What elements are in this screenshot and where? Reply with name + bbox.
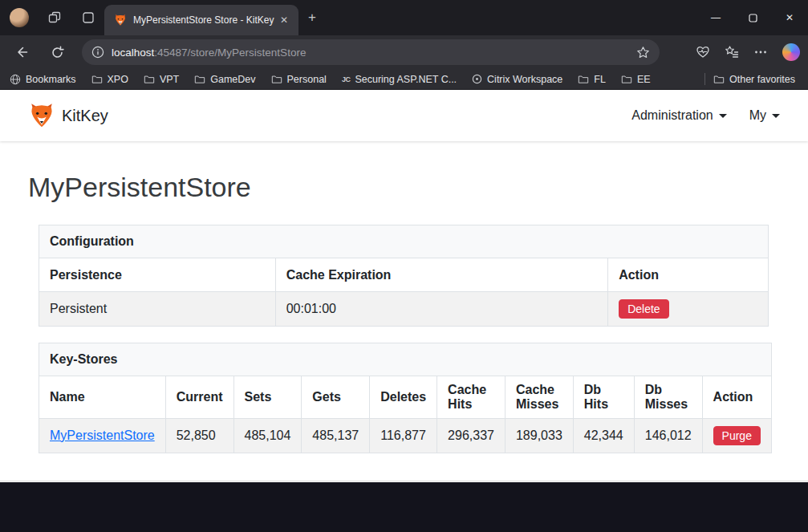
bookmark-label: GameDev — [210, 74, 255, 85]
configuration-row: Persistent 00:01:00 Delete — [39, 292, 769, 327]
workspaces-icon[interactable] — [47, 10, 63, 26]
site-info-icon[interactable] — [91, 46, 104, 59]
bookmark-ee[interactable]: EE — [621, 74, 651, 85]
close-window-button[interactable]: ✕ — [771, 0, 808, 35]
folder-icon — [144, 74, 155, 85]
col-keystore-action: Action — [702, 376, 771, 419]
col-cache-hits: Cache Hits — [437, 376, 506, 419]
col-persistence: Persistence — [39, 258, 276, 292]
bookmark-fl[interactable]: FL — [578, 74, 606, 85]
bookmark-gamedev[interactable]: GameDev — [194, 74, 255, 85]
window-controls: — ✕ — [697, 0, 808, 35]
bookmark-label: Securing ASP.NET C... — [355, 74, 457, 85]
url-path: :45487/store/MyPersistentStore — [154, 47, 306, 59]
other-favorites-label: Other favorites — [729, 74, 795, 85]
menu-my-label: My — [749, 108, 766, 123]
favorite-star-icon[interactable] — [636, 46, 650, 59]
db-misses-value: 146,012 — [634, 419, 702, 453]
profile-avatar[interactable] — [10, 8, 29, 27]
key-store-row: MyPersistentStore 52,850 485,104 485,137… — [39, 419, 772, 453]
bookmark-xpo[interactable]: XPO — [91, 74, 128, 85]
menu-administration[interactable]: Administration — [631, 108, 726, 123]
configuration-table: Configuration Persistence Cache Expirati… — [39, 225, 769, 327]
bookmark-securing-aspnet[interactable]: JC Securing ASP.NET C... — [342, 74, 457, 85]
url-text[interactable]: localhost:45487/store/MyPersistentStore — [112, 47, 636, 59]
delete-button[interactable]: Delete — [619, 299, 668, 319]
col-name: Name — [39, 376, 166, 419]
page-viewport: KitKey Administration My MyPersistentSto… — [0, 90, 808, 482]
refresh-icon[interactable] — [45, 40, 69, 64]
navbar-menus: Administration My — [631, 108, 780, 123]
sets-value: 485,104 — [233, 419, 302, 453]
bookmarks-bar-right: Other favorites — [704, 73, 798, 85]
window-bottom-void — [0, 482, 808, 532]
menu-administration-label: Administration — [631, 108, 713, 123]
tab-favicon-fox-icon — [114, 14, 127, 26]
folder-icon — [91, 74, 103, 85]
brand-name: KitKey — [62, 107, 108, 125]
bookmark-bookmarks[interactable]: Bookmarks — [10, 74, 76, 85]
tab-close-icon[interactable]: ✕ — [276, 13, 292, 27]
bookmark-label: EE — [637, 74, 651, 85]
col-cache-expiration: Cache Expiration — [275, 258, 607, 292]
browser-titlebar: MyPersistentStore Store - KitKey ✕ + — ✕ — [0, 0, 808, 35]
current-value: 52,850 — [165, 419, 233, 453]
folder-icon — [194, 74, 205, 85]
cache-misses-value: 189,033 — [505, 419, 573, 453]
url-host: localhost — [112, 47, 154, 59]
col-sets: Sets — [233, 376, 302, 419]
col-deletes: Deletes — [370, 376, 437, 419]
bookmark-label: Citrix Workspace — [487, 74, 562, 85]
bookmarks-separator — [704, 73, 705, 85]
purge-button[interactable]: Purge — [713, 426, 761, 445]
bookmarks-bar: Bookmarks XPO VPT GameDev Personal JC Se… — [0, 69, 808, 90]
key-stores-table: Key-Stores Name Current Sets Gets Delete… — [39, 343, 772, 453]
folder-icon — [271, 74, 282, 85]
bookmark-label: FL — [594, 74, 606, 85]
browser-window: MyPersistentStore Store - KitKey ✕ + — ✕… — [0, 0, 808, 532]
gets-value: 485,137 — [302, 419, 370, 453]
col-db-hits: Db Hits — [573, 376, 634, 419]
favorites-menu-icon[interactable] — [725, 45, 739, 59]
back-icon[interactable] — [10, 40, 34, 64]
copilot-icon[interactable] — [782, 43, 800, 61]
other-favorites[interactable]: Other favorites — [713, 74, 795, 85]
page-content: MyPersistentStore Configuration Persiste… — [0, 172, 808, 453]
key-stores-table-title: Key-Stores — [39, 343, 772, 376]
col-action: Action — [608, 258, 769, 292]
new-tab-button[interactable]: + — [308, 10, 316, 24]
globe-icon — [10, 74, 21, 85]
tab-title: MyPersistentStore Store - KitKey — [133, 14, 276, 26]
toolbar-right-icons — [696, 43, 800, 61]
store-name-link[interactable]: MyPersistentStore — [50, 428, 155, 442]
bookmark-personal[interactable]: Personal — [271, 74, 327, 85]
address-bar[interactable]: localhost:45487/store/MyPersistentStore — [82, 39, 660, 65]
settings-more-icon[interactable] — [753, 45, 768, 59]
browser-essentials-icon[interactable] — [696, 45, 710, 59]
site-navbar: KitKey Administration My — [0, 90, 808, 141]
kitkey-fox-logo-icon — [28, 102, 55, 129]
page-title: MyPersistentStore — [28, 172, 780, 203]
col-cache-misses: Cache Misses — [505, 376, 573, 419]
chevron-down-icon — [772, 114, 780, 118]
col-gets: Gets — [302, 376, 370, 419]
folder-icon — [621, 74, 632, 85]
citrix-favicon — [472, 74, 482, 84]
menu-my[interactable]: My — [749, 108, 780, 123]
browser-tab[interactable]: MyPersistentStore Store - KitKey ✕ — [104, 5, 298, 35]
bookmark-label: Personal — [287, 74, 327, 85]
brand[interactable]: KitKey — [28, 102, 108, 129]
col-current: Current — [165, 376, 233, 419]
configuration-table-title: Configuration — [39, 225, 769, 258]
db-hits-value: 42,344 — [573, 419, 634, 453]
minimize-button[interactable]: — — [697, 0, 734, 35]
bookmark-label: XPO — [108, 74, 128, 85]
bookmark-vpt[interactable]: VPT — [144, 74, 179, 85]
bookmark-citrix-workspace[interactable]: Citrix Workspace — [472, 74, 562, 85]
maximize-button[interactable] — [734, 0, 771, 35]
browser-toolbar: localhost:45487/store/MyPersistentStore — [0, 35, 808, 69]
securing-aspnet-favicon: JC — [342, 75, 351, 83]
cache-hits-value: 296,337 — [437, 419, 506, 453]
tab-actions-icon[interactable] — [80, 10, 96, 26]
col-db-misses: Db Misses — [634, 376, 702, 419]
